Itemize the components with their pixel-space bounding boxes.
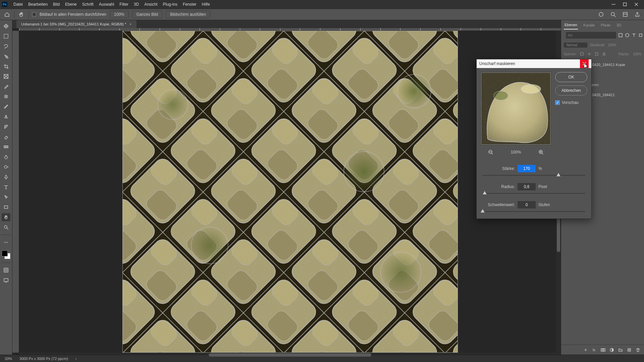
threshold-input[interactable] (518, 201, 536, 208)
opacity-value[interactable]: 100% (608, 43, 616, 47)
zoom-out-button[interactable] (487, 149, 494, 156)
blend-mode-dropdown[interactable]: Normal (564, 43, 587, 48)
filter-adjust-icon[interactable] (625, 33, 630, 38)
lock-all-icon[interactable] (602, 52, 606, 56)
filter-shape-icon[interactable] (638, 33, 643, 38)
adjustment-layer-icon[interactable] (609, 347, 614, 353)
ruler-tick-label: 3100 (477, 28, 484, 28)
dialog-preview[interactable] (481, 72, 551, 145)
pen-tool[interactable] (2, 173, 10, 181)
quick-mask-button[interactable] (2, 266, 10, 274)
radius-input[interactable] (518, 183, 536, 190)
layer-mask-icon[interactable] (600, 347, 606, 353)
tab-paths[interactable]: Pfade (600, 21, 611, 29)
dialog-title: Unscharf maskieren (479, 61, 515, 66)
zoom-level[interactable]: 33% (5, 357, 12, 361)
svg-point-30 (5, 269, 7, 271)
window-maximize-button[interactable] (619, 0, 631, 9)
lock-pixels-icon[interactable] (580, 52, 584, 56)
new-layer-icon[interactable] (627, 347, 632, 353)
crop-tool[interactable] (2, 62, 10, 70)
close-tab-icon[interactable]: × (129, 22, 131, 26)
layer-style-icon[interactable]: fx (592, 347, 597, 353)
zoom-in-button[interactable] (538, 149, 544, 156)
horizontal-scrollbar[interactable] (19, 353, 561, 355)
radius-slider[interactable] (483, 191, 585, 196)
scroll-all-checkbox[interactable] (32, 12, 36, 16)
eyedropper-tool[interactable] (2, 82, 10, 90)
menu-hilfe[interactable]: Hilfe (199, 1, 213, 8)
hand-tool[interactable] (2, 213, 10, 221)
menu-fenster[interactable]: Fenster (180, 1, 199, 8)
move-tool[interactable] (2, 22, 10, 30)
ok-button[interactable]: OK (555, 72, 587, 82)
type-tool[interactable] (2, 183, 10, 191)
link-layers-icon[interactable] (583, 347, 588, 353)
window-minimize-button[interactable] (608, 0, 619, 9)
filter-image-icon[interactable] (618, 33, 623, 38)
cloud-docs-icon[interactable] (598, 11, 604, 18)
layer-filter-input[interactable] (566, 32, 616, 39)
cancel-button[interactable]: Abbrechen (555, 85, 587, 96)
document-tab[interactable]: Unbenannt-1 bei 33% (IMG_20210420_184411… (16, 20, 137, 28)
brush-tool[interactable] (2, 103, 10, 111)
screen-mode-button[interactable] (2, 276, 10, 284)
menu-auswahl[interactable]: Auswahl (96, 1, 117, 8)
tab-channels[interactable]: Kanäle (583, 21, 595, 29)
filter-type-icon[interactable] (632, 33, 636, 38)
path-select-tool[interactable] (2, 193, 10, 201)
tab-3d[interactable]: 3D (616, 21, 622, 29)
svg-rect-31 (4, 279, 8, 282)
color-swatches[interactable] (2, 250, 10, 259)
menu-ebene[interactable]: Ebene (62, 1, 79, 8)
dialog-titlebar[interactable]: Unscharf maskieren (477, 59, 591, 68)
status-caret-icon[interactable]: › (75, 357, 77, 361)
preview-checkbox[interactable]: ✓ (555, 100, 560, 105)
svg-text:fx: fx (593, 348, 595, 352)
vertical-ruler[interactable] (12, 31, 19, 353)
edit-toolbar-button[interactable] (2, 238, 10, 246)
frame-tool[interactable] (2, 72, 10, 80)
lasso-tool[interactable] (2, 42, 10, 50)
menu-schrift[interactable]: Schrift (79, 1, 96, 8)
blur-tool[interactable] (2, 153, 10, 161)
menu-3d[interactable]: 3D (131, 1, 142, 8)
dialog-close-button[interactable] (580, 59, 589, 68)
healing-brush-tool[interactable] (2, 93, 10, 101)
menu-filter[interactable]: Filter (117, 1, 131, 8)
menu-ansicht[interactable]: Ansicht (142, 1, 160, 8)
rectangle-tool[interactable] (2, 203, 10, 211)
zoom-tool[interactable] (2, 223, 10, 231)
dodge-tool[interactable] (2, 163, 10, 171)
clone-stamp-tool[interactable] (2, 113, 10, 121)
radius-unit: Pixel (538, 184, 552, 189)
menu-bild[interactable]: Bild (50, 1, 62, 8)
ruler-tick-label: 1600 (176, 28, 183, 28)
history-brush-tool[interactable] (2, 123, 10, 131)
lock-artboard-icon[interactable] (595, 52, 599, 56)
zoom-100-button[interactable]: 100% (110, 11, 129, 18)
gradient-tool[interactable] (2, 143, 10, 151)
eraser-tool[interactable] (2, 133, 10, 141)
fit-screen-button[interactable]: Ganzes Bild (132, 11, 163, 18)
quick-select-tool[interactable] (2, 52, 10, 60)
marquee-tool[interactable] (2, 32, 10, 40)
threshold-slider[interactable] (483, 209, 585, 214)
trash-icon[interactable] (635, 347, 641, 353)
search-icon[interactable] (610, 11, 616, 18)
group-icon[interactable] (618, 347, 623, 353)
share-icon[interactable] (634, 11, 641, 18)
workspace-switcher-icon[interactable] (622, 11, 629, 18)
horizontal-ruler[interactable]: 8009001000110012001300140015001600170018… (19, 28, 561, 31)
lock-position-icon[interactable] (587, 52, 591, 56)
fill-value[interactable]: 100% (633, 52, 641, 56)
amount-input[interactable] (518, 165, 536, 172)
home-button[interactable] (3, 11, 11, 18)
menu-plug-ins[interactable]: Plug-ins (160, 1, 180, 8)
menu-datei[interactable]: Datei (11, 1, 25, 8)
tab-layers[interactable]: Ebenen (564, 21, 578, 29)
window-close-button[interactable] (631, 0, 642, 9)
menu-bearbeiten[interactable]: Bearbeiten (25, 1, 50, 8)
amount-slider[interactable] (483, 173, 585, 178)
fill-screen-button[interactable]: Bildschirm ausfüllen (166, 11, 210, 18)
